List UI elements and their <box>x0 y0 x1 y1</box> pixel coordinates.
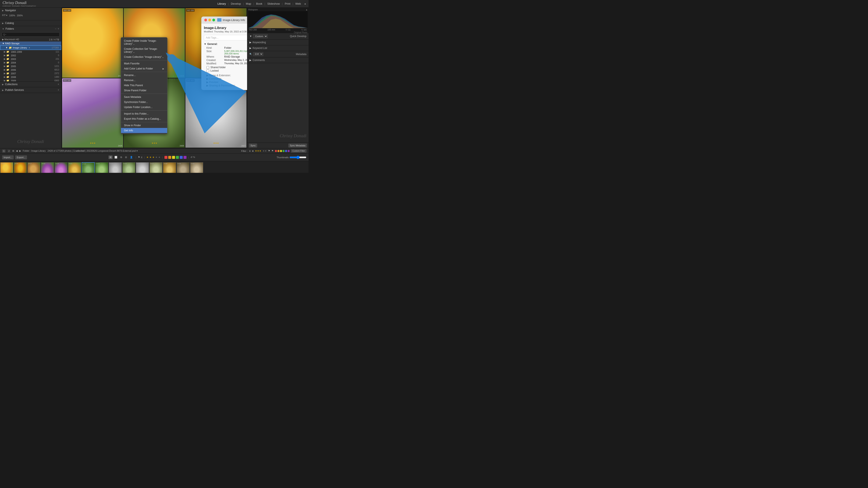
dialog-minimize-btn[interactable] <box>208 19 211 22</box>
folder-item-2004[interactable]: ▶📁20040 <box>0 61 61 64</box>
folder-item-2006[interactable]: ▶📁20066813 <box>0 68 61 72</box>
film-item-2428[interactable]: 2428 <box>163 162 176 173</box>
thumb-2422[interactable]: ISO 200 2422 <box>62 8 123 78</box>
color-yellow[interactable] <box>280 150 282 152</box>
macintosh-hd-row[interactable]: ▶ Macintosh HD 2.8 / 4 TB <box>0 37 61 41</box>
locked-checkbox[interactable] <box>207 69 209 72</box>
star4[interactable]: ★ <box>155 156 157 159</box>
folder-item-1983-1999[interactable]: ▶📁1983-1999111 <box>0 50 61 54</box>
context-item-remove---[interactable]: Remove... <box>121 78 167 83</box>
context-item-save-metadata[interactable]: Save Metadata <box>121 94 167 100</box>
page-1-btn[interactable]: 1 <box>2 150 5 153</box>
film-item-2417[interactable]: 2417 <box>27 162 40 173</box>
navigator-toggle[interactable]: ▶ <box>2 9 4 12</box>
context-item-get-info[interactable]: Get Info <box>121 128 167 133</box>
folders-header[interactable]: ▼ Folders − + <box>0 26 61 32</box>
histogram-expand[interactable]: ▲ <box>306 8 308 11</box>
star2[interactable]: ★ <box>149 156 152 159</box>
label-green[interactable] <box>176 156 179 159</box>
publish-plus-btn[interactable]: + <box>58 89 59 92</box>
context-item-export-this-folder-as-a-catalog---[interactable]: Export this Folder as a Catalog... <box>121 116 167 121</box>
film-item-2430[interactable]: 2430 <box>190 162 203 173</box>
context-item-create-folder-inside--image-library----[interactable]: Create Folder Inside "Image-Library"... <box>121 38 167 46</box>
metadata-preset-select[interactable]: EXif <box>253 52 263 56</box>
quick-develop-preset-select[interactable]: Custom <box>253 34 268 38</box>
comments-toggle[interactable]: ▶ <box>249 59 251 62</box>
filter-flag2[interactable]: ⚑ <box>272 150 274 152</box>
folder-item-2007[interactable]: ▶📁20072372 <box>0 72 61 75</box>
label-red[interactable] <box>164 156 167 159</box>
nav-library[interactable]: Library <box>215 2 228 5</box>
grid-view-btn[interactable]: ⊞ <box>12 150 14 152</box>
catalog-header[interactable]: ▶ Catalog <box>0 20 61 26</box>
quick-develop-toggle[interactable]: ▼ <box>249 35 252 38</box>
context-item-add-color-label-to-folder[interactable]: Add Color Label to Folder▶ <box>121 66 167 71</box>
film-item-2426[interactable]: 2426 <box>136 162 149 173</box>
context-item-update-folder-location---[interactable]: Update Folder Location... <box>121 105 167 110</box>
raid-storage-row[interactable]: ▼ RAID Storage <box>0 41 61 45</box>
film-item-2427[interactable]: 2427 <box>149 162 162 173</box>
navigator-header[interactable]: ▶ Navigator <box>0 8 61 13</box>
film-item-2421[interactable]: 2421 <box>68 162 81 173</box>
nav-slideshow[interactable]: Slideshow <box>265 2 282 5</box>
page-2-btn[interactable]: 2 <box>7 150 10 153</box>
film-item-2423[interactable]: 2423 <box>95 162 108 173</box>
folder-item-2008[interactable]: ▶📁20081380 <box>0 75 61 79</box>
dialog-close-btn[interactable] <box>204 19 207 22</box>
color-blue[interactable] <box>285 150 287 152</box>
sharing-permissions-section[interactable]: ▶ Sharing & Permissions: <box>204 84 247 87</box>
publish-toggle[interactable]: ▶ <box>2 89 4 91</box>
film-item-2425[interactable]: 2425 <box>122 162 135 173</box>
filter-icon1[interactable]: ◈ <box>249 150 251 152</box>
label-purple[interactable] <box>184 156 186 159</box>
film-item-2418[interactable]: 2418 <box>41 162 54 173</box>
label-yellow[interactable] <box>172 156 175 159</box>
keywording-toggle[interactable]: ▶ <box>249 41 251 44</box>
nav-print[interactable]: Print <box>283 2 293 5</box>
dialog-maximize-btn[interactable] <box>212 19 215 22</box>
color-orange[interactable] <box>277 150 280 152</box>
context-item-show-parent-folder[interactable]: Show Parent Folder <box>121 88 167 93</box>
nav-develop[interactable]: Develop <box>229 2 243 5</box>
context-item-create-collection-set--image-library----[interactable]: Create Collection Set "Image-Library"... <box>121 46 167 55</box>
comments-header[interactable]: ▶ Comments <box>247 57 309 63</box>
nav-prev[interactable]: ◀ <box>16 150 18 152</box>
filter-icon2[interactable]: ◈ <box>252 150 254 152</box>
collections-plus-btn[interactable]: + <box>58 83 59 86</box>
keyword-list-header[interactable]: ▶ Keyword List <box>247 45 309 51</box>
star3[interactable]: ★ <box>152 156 154 159</box>
film-item-2424[interactable]: 2424 <box>109 162 122 173</box>
filter-flag1[interactable]: ⚑ <box>268 150 270 152</box>
label-orange[interactable] <box>168 156 171 159</box>
rotate-right-btn[interactable]: ↻ <box>193 156 195 159</box>
folder-item-2009[interactable]: ▶📁20096965 <box>0 79 61 82</box>
shared-folder-checkbox[interactable] <box>207 66 209 69</box>
context-item-import-to-this-folder---[interactable]: Import to this Folder... <box>121 111 167 116</box>
color-purple[interactable] <box>287 150 290 152</box>
pct200-option[interactable]: 200% <box>17 14 23 17</box>
nav-book[interactable]: Book <box>254 2 265 5</box>
color-red[interactable] <box>275 150 277 152</box>
view-survey-btn[interactable]: ⊟ <box>124 156 128 159</box>
keywording-header[interactable]: ▶ Keywording <box>247 40 309 45</box>
metadata-header[interactable]: 🔍 EXif Metadata <box>247 51 309 57</box>
flag-pick-btn[interactable]: ⚑ <box>138 156 140 159</box>
nav-web[interactable]: Web <box>293 2 303 5</box>
film-item-2416[interactable]: 2416 <box>14 162 27 173</box>
preview-section[interactable]: ▶ Preview: <box>204 81 247 84</box>
comments-section[interactable]: ▶ Comments: <box>204 77 247 80</box>
name-extension-section[interactable]: ▶ Name & Extension: <box>204 74 247 77</box>
folder-item-2003[interactable]: ▶📁2003231 <box>0 57 61 61</box>
dialog-general-header[interactable]: ▼ General: <box>204 42 247 45</box>
film-item-2415[interactable]: 2415 <box>0 162 13 173</box>
view-grid-btn[interactable]: ⊞ <box>108 156 113 159</box>
context-item-synchronize-folder---[interactable]: Synchronize Folder... <box>121 100 167 105</box>
fit-option[interactable]: FIT ▾ <box>2 14 7 17</box>
star1[interactable]: ★ <box>147 156 149 159</box>
folder-search-input[interactable] <box>2 32 60 37</box>
context-item-hide-this-parent[interactable]: Hide This Parent <box>121 83 167 88</box>
folder-item-2005[interactable]: ▶📁20051221 <box>0 64 61 68</box>
keyword-list-toggle[interactable]: ▶ <box>249 46 251 50</box>
color-green[interactable] <box>282 150 285 152</box>
nav-next[interactable]: ▶ <box>19 150 21 152</box>
